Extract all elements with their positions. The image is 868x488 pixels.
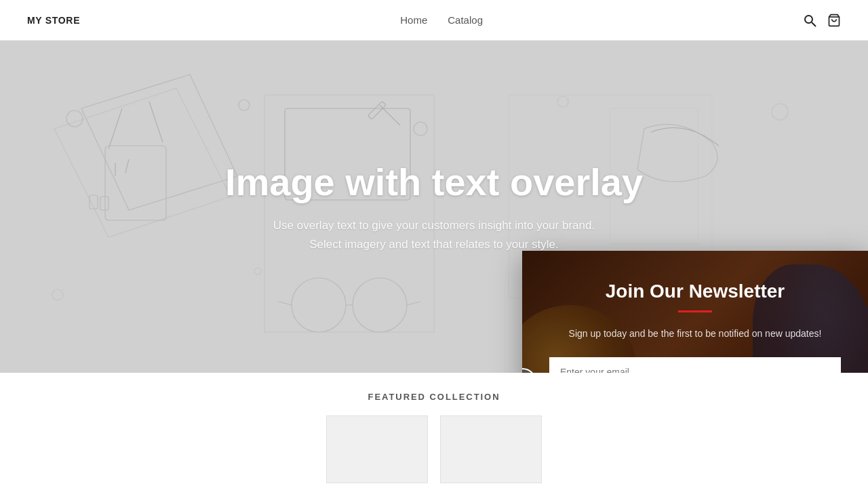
svg-line-5	[108, 108, 122, 149]
svg-line-9	[125, 159, 129, 173]
product-card-2[interactable]	[440, 415, 542, 483]
popup-description: Sign up today and be the first to be not…	[569, 326, 822, 341]
header-icons	[803, 14, 841, 27]
hero-subtitle: Use overlay text to give your customers …	[225, 216, 643, 253]
featured-cards	[326, 415, 542, 483]
nav-home[interactable]: Home	[400, 14, 427, 26]
popup-content: Join Our Newsletter Sign up today and be…	[522, 251, 868, 373]
svg-rect-7	[105, 146, 166, 220]
hero-section: Image with text overlay Use overlay text…	[0, 41, 868, 373]
hero-title: Image with text overlay	[225, 160, 643, 204]
svg-point-28	[52, 289, 63, 300]
hero-content: Image with text overlay Use overlay text…	[184, 160, 684, 253]
svg-line-1	[812, 22, 816, 26]
popup-title: Join Our Newsletter	[606, 281, 785, 302]
product-card-1[interactable]	[326, 415, 428, 483]
search-icon	[803, 14, 816, 27]
popup-divider	[678, 310, 712, 312]
main-nav: Home Catalog	[400, 14, 483, 26]
store-logo: MY STORE	[27, 15, 80, 26]
cart-icon	[827, 14, 841, 27]
search-button[interactable]	[803, 14, 816, 27]
featured-title: FEATURED COLLECTION	[368, 392, 500, 402]
site-header: MY STORE Home Catalog	[0, 0, 868, 41]
email-input[interactable]	[549, 357, 841, 373]
svg-point-16	[66, 110, 83, 127]
svg-point-19	[557, 96, 568, 107]
svg-line-25	[278, 302, 292, 305]
svg-rect-10	[100, 197, 108, 210]
featured-section: FEATURED COLLECTION	[0, 373, 868, 488]
nav-catalog[interactable]: Catalog	[448, 14, 483, 26]
svg-point-24	[353, 278, 407, 332]
newsletter-popup: Join Our Newsletter Sign up today and be…	[522, 251, 868, 373]
svg-rect-15	[368, 101, 386, 119]
svg-point-17	[239, 100, 250, 110]
svg-point-30	[254, 268, 261, 274]
svg-line-26	[407, 302, 420, 305]
svg-point-20	[772, 104, 788, 120]
svg-point-23	[292, 278, 346, 332]
svg-line-6	[149, 102, 163, 142]
svg-point-0	[805, 16, 812, 23]
svg-point-18	[414, 122, 427, 136]
cart-button[interactable]	[827, 14, 841, 27]
